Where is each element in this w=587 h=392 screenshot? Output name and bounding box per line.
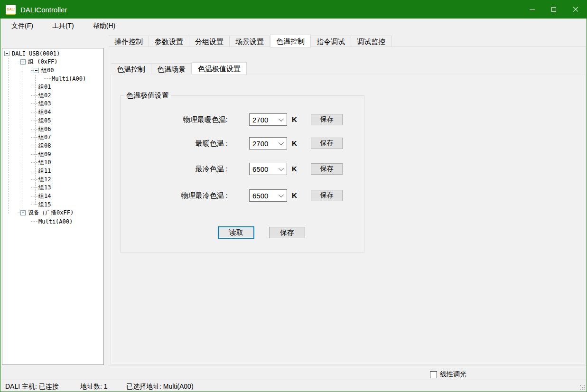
tree-node-label: 组01 [37, 83, 51, 91]
tree-node[interactable]: 组12 [2, 175, 103, 184]
tree-node-label: 组11 [37, 167, 51, 175]
tree-node[interactable]: 组15 [2, 200, 103, 209]
row-save-button[interactable]: 保存 [311, 138, 343, 149]
tree-expander-icon[interactable] [20, 210, 26, 215]
sub-tab[interactable]: 色温场景 [151, 63, 192, 75]
tree-stub [31, 129, 37, 130]
tree-node[interactable]: 组01 [2, 83, 103, 92]
row-label: 最暖色温 : [125, 137, 228, 149]
tree-stub [31, 137, 37, 138]
tree-node-label: 组07 [37, 133, 51, 141]
tree-stub [31, 95, 37, 96]
tree-node-label: 组15 [37, 201, 51, 209]
tree-node[interactable]: 组10 [2, 159, 103, 167]
tree-node-label: 组06 [37, 125, 51, 133]
tree-node[interactable]: 组09 [2, 150, 103, 159]
tree-node-label: 组02 [37, 92, 51, 100]
cct-value-dropdown[interactable]: 2700 [249, 137, 287, 149]
unit-label: K [292, 189, 297, 202]
maximize-button[interactable] [543, 0, 565, 19]
tree-stub [31, 179, 37, 180]
tree-node[interactable]: 组07 [2, 133, 103, 142]
tree-node[interactable]: 设备（广播0xFF) [2, 209, 103, 217]
minimize-button[interactable] [521, 0, 543, 19]
tree-node-label: DALI USB(0001) [11, 50, 60, 57]
tree-stub [31, 154, 37, 155]
chevron-down-icon[interactable] [279, 166, 284, 171]
chevron-down-icon[interactable] [279, 116, 284, 121]
main-tab[interactable]: 指令调试 [311, 36, 351, 47]
tree-expander-icon[interactable] [4, 51, 9, 56]
main-tab[interactable]: 色温控制 [270, 35, 311, 47]
menu-item[interactable]: 工具(T) [46, 20, 81, 32]
tree-node-label: 组14 [37, 192, 51, 200]
tree-node[interactable]: Multi(A00) [2, 217, 103, 226]
groupbox-title: 色温极值设置 [124, 91, 171, 100]
read-button[interactable]: 读取 [218, 226, 254, 239]
cct-value-dropdown[interactable]: 6500 [249, 189, 287, 202]
tree-node-label: 组03 [37, 100, 51, 108]
linear-dimming-option[interactable]: 线性调光 [430, 370, 466, 379]
tree-stub [31, 162, 37, 163]
tree-node[interactable]: 组00 [2, 66, 103, 75]
tree-node[interactable]: 组11 [2, 167, 103, 176]
main-tab[interactable]: 参数设置 [149, 36, 189, 47]
cct-limits-groupbox: 色温极值设置 物理最暖色温: 2700 K 保存 [120, 95, 364, 252]
row-save-button[interactable]: 保存 [311, 190, 343, 201]
tree-stub [31, 121, 37, 121]
title-bar[interactable]: DALI DALIController [0, 0, 587, 19]
row-save-button[interactable]: 保存 [311, 163, 343, 175]
tree-node[interactable]: 组03 [2, 100, 103, 108]
tree-node[interactable]: 组14 [2, 192, 103, 201]
menu-item[interactable]: 帮助(H) [86, 20, 122, 32]
dropdown-value: 6500 [250, 165, 279, 173]
main-tab[interactable]: 操作控制 [109, 36, 149, 47]
cct-value-dropdown[interactable]: 6500 [249, 163, 287, 175]
tree-node[interactable]: 组05 [2, 117, 103, 125]
main-tab[interactable]: 调试监控 [351, 36, 391, 47]
tree-node[interactable]: 组13 [2, 184, 103, 192]
resize-grip[interactable] [580, 385, 585, 390]
tree-stub [31, 205, 37, 205]
app-icon: DALI [6, 5, 16, 15]
tree-connector-line [22, 66, 22, 214]
tree-stub [31, 196, 37, 196]
row-label: 物理最暖色温: [125, 113, 228, 126]
linear-dimming-checkbox[interactable] [430, 371, 437, 378]
tree-node-label: 组12 [37, 176, 51, 184]
dropdown-value: 2700 [250, 140, 279, 148]
tree-node-label: 组08 [37, 142, 51, 150]
tree-node[interactable]: 组02 [2, 91, 103, 100]
tree-node[interactable]: 组 (0xFF) [2, 58, 103, 66]
save-button[interactable]: 保存 [269, 227, 305, 238]
tree-node[interactable]: 组06 [2, 125, 103, 133]
tree-node[interactable]: DALI USB(0001) [2, 49, 103, 58]
tree-node[interactable]: Multi(A00) [2, 75, 103, 83]
tree-stub [31, 171, 37, 171]
tree-node-label: 组10 [37, 159, 51, 167]
unit-label: K [292, 113, 297, 126]
main-tab[interactable]: 分组设置 [189, 36, 230, 47]
tree-node-label: 组04 [37, 108, 51, 116]
sub-tab-strip: 色温控制色温场景色温极值设置 [111, 62, 247, 75]
close-button[interactable] [565, 0, 587, 19]
row-save-button[interactable]: 保存 [311, 114, 343, 125]
tree-stub [31, 187, 37, 188]
window-title: DALIController [20, 6, 521, 14]
device-tree[interactable]: DALI USB(0001) 组 (0xFF) 组00 Multi(A00) [2, 48, 104, 365]
chevron-down-icon[interactable] [279, 140, 284, 145]
tree-stub [31, 221, 37, 222]
tree-node-label: 组00 [40, 66, 54, 75]
sub-tab[interactable]: 色温极值设置 [192, 62, 247, 75]
chevron-down-icon[interactable] [279, 192, 284, 197]
cct-value-dropdown[interactable]: 2700 [249, 113, 287, 126]
tree-node[interactable]: 组08 [2, 142, 103, 150]
menu-item[interactable]: 文件(F) [5, 20, 40, 32]
cct-limit-row: 物理最冷色温 : 6500 K 保存 [121, 189, 364, 202]
tree-expander-icon[interactable] [20, 59, 26, 65]
sub-tab[interactable]: 色温控制 [111, 63, 151, 75]
tree-expander-icon[interactable] [34, 68, 39, 73]
status-bar: DALI 主机: 已连接 地址数: 1 已选择地址: Multi(A00) [1, 380, 587, 392]
tree-node[interactable]: 组04 [2, 108, 103, 117]
main-tab[interactable]: 场景设置 [230, 36, 270, 47]
